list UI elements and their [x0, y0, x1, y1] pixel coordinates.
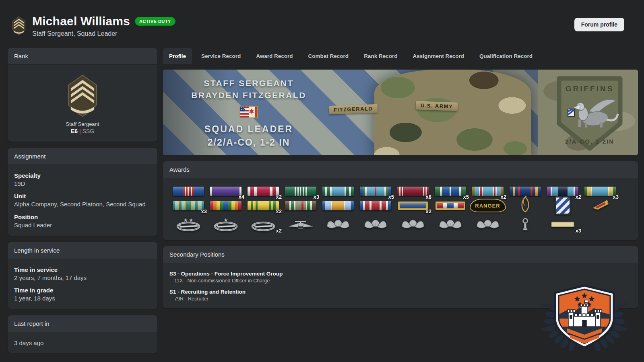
shoulder-cord[interactable]	[506, 200, 544, 211]
secondary-position-title: S3 - Operations - Force Improvement Grou…	[169, 271, 632, 277]
parachutist-badge[interactable]	[319, 216, 357, 234]
combat-action-badge[interactable]	[207, 216, 244, 234]
combat-action-badge-graphic	[251, 217, 276, 233]
last-report-card: Last report in 3 days ago	[8, 315, 157, 353]
award-ribbon[interactable]: x2	[544, 185, 581, 197]
unit-citation-ribbon[interactable]	[431, 200, 469, 211]
guidon-pin[interactable]	[581, 200, 619, 211]
banner-position-line: SQUAD LEADER	[182, 124, 315, 135]
tab-award-record[interactable]: Award Record	[250, 48, 299, 64]
main-content: ProfileService RecordAward RecordCombat …	[163, 47, 638, 308]
field-label: Time in service	[14, 266, 151, 273]
award-ribbon-graphic	[397, 187, 429, 196]
secondary-position-sub: 11X - Non-commissioned Officer in Charge	[174, 278, 632, 284]
award-ribbon-graphic	[510, 187, 541, 196]
parachutist-badge-graphic	[476, 218, 500, 232]
parachutist-badge-graphic	[439, 218, 462, 232]
air-assault-badge[interactable]	[282, 216, 319, 234]
award-ribbon[interactable]	[207, 200, 244, 211]
award-ribbon[interactable]: x3	[169, 200, 207, 211]
award-ribbon[interactable]	[169, 185, 207, 197]
combat-action-badge-graphic	[176, 217, 201, 233]
award-ribbon[interactable]	[357, 200, 394, 211]
award-count: x2	[501, 194, 506, 200]
tab-bar: ProfileService RecordAward RecordCombat …	[163, 47, 638, 64]
award-ribbon-graphic	[173, 187, 204, 196]
award-ribbon[interactable]	[282, 200, 319, 211]
field-value: 1 year, 18 days	[14, 294, 151, 302]
award-count: x3	[314, 194, 319, 200]
award-ribbon[interactable]: x4	[207, 185, 244, 197]
uniform-branch-tape: U.S. ARMY	[416, 101, 458, 111]
length-in-service-card: Length in service Time in service2 years…	[8, 242, 157, 309]
award-row: x2x3	[169, 216, 632, 234]
award-ribbon[interactable]: x5	[357, 185, 394, 197]
combat-action-badge[interactable]: x2	[244, 216, 282, 234]
award-ribbon[interactable]	[506, 185, 544, 197]
award-ribbon[interactable]: x2	[244, 200, 282, 211]
award-count: x3	[613, 194, 619, 200]
award-row: x4x2x3x5x8x5x2x2x3	[169, 185, 632, 197]
rank-insignia-icon	[11, 16, 27, 35]
sidebar: Rank Staff Sergeant E6 | SSG Assignment	[8, 48, 157, 353]
secondary-card-title: Secondary Positions	[163, 246, 638, 263]
award-row: x3x2x2RANGER	[169, 200, 632, 211]
tab-profile[interactable]: Profile	[163, 48, 192, 64]
award-count: x4	[239, 194, 244, 200]
award-ribbon[interactable]: x2	[244, 185, 282, 197]
awards-card-title: Awards	[163, 161, 638, 178]
overseas-service-bar-graphic	[551, 221, 574, 229]
award-ribbon-graphic	[248, 201, 279, 210]
small-device-badge[interactable]	[506, 216, 544, 234]
award-count: x3	[201, 208, 207, 214]
combat-action-badge[interactable]	[169, 216, 207, 234]
ranger-tab[interactable]: RANGER	[469, 200, 506, 211]
banner-name-line: BRAYDEN FITZGERALD	[182, 90, 315, 100]
tab-assignment-record[interactable]: Assignment Record	[407, 48, 470, 64]
tab-rank-record[interactable]: Rank Record	[358, 48, 403, 64]
award-ribbon[interactable]	[319, 200, 357, 211]
status-badge: ACTIVE DUTY	[135, 17, 175, 26]
assignment-card-title: Assignment	[8, 148, 157, 165]
rank-insignia-large	[65, 74, 100, 117]
award-ribbon-graphic	[472, 187, 504, 196]
parachutist-badge[interactable]	[357, 216, 394, 234]
award-ribbon[interactable]: x3	[282, 185, 319, 197]
uniform-name-tape: FITZGERALD	[329, 104, 378, 114]
rank-card: Rank Staff Sergeant E6 | SSG	[8, 48, 157, 142]
award-ribbon[interactable]: x8	[394, 185, 431, 197]
parachutist-badge[interactable]	[394, 216, 431, 234]
parachutist-badge[interactable]	[469, 216, 506, 234]
award-ribbon-graphic	[173, 201, 204, 210]
info-field: UnitAlpha Company, Second Platoon, Secon…	[14, 193, 151, 208]
tab-combat-record[interactable]: Combat Record	[302, 48, 355, 64]
award-ribbon[interactable]: x2	[469, 185, 506, 197]
forum-profile-button[interactable]: Forum profile	[574, 18, 624, 31]
field-value: 2 years, 7 months, 17 days	[14, 274, 151, 282]
unit-citation-ribbon[interactable]: x2	[394, 200, 431, 211]
award-ribbon[interactable]	[319, 185, 357, 197]
banner-unit-line: 2/2/A-CO, 1-2 IN	[182, 137, 315, 148]
overseas-service-bar[interactable]: x3	[544, 216, 581, 234]
award-ribbon[interactable]: x5	[431, 185, 469, 197]
awards-card: Awards x4x2x3x5x8x5x2x2x3x3x2x2RANGERx2x…	[163, 161, 638, 240]
division-patch-graphic	[555, 196, 571, 215]
award-ribbon[interactable]: x3	[581, 185, 619, 197]
division-patch[interactable]	[544, 200, 581, 211]
award-ribbon-graphic	[322, 201, 354, 210]
award-ribbon-graphic	[435, 187, 466, 196]
award-ribbon-graphic	[360, 201, 391, 210]
award-count: x2	[276, 208, 282, 214]
parachutist-badge[interactable]	[431, 216, 469, 234]
field-label: Time in grade	[14, 287, 151, 294]
shoulder-cord-graphic	[517, 195, 533, 216]
field-value: Alpha Company, Second Platoon, Second Sq…	[14, 200, 151, 208]
tab-qualification-record[interactable]: Qualification Record	[473, 48, 539, 64]
award-count: x3	[576, 228, 581, 234]
small-device-badge-graphic	[522, 218, 529, 233]
unit-citation-ribbon-graphic	[436, 202, 465, 210]
page-title: Michael Williams	[32, 14, 130, 28]
award-count: x5	[388, 194, 394, 200]
award-ribbon-graphic	[285, 201, 316, 210]
tab-service-record[interactable]: Service Record	[195, 48, 247, 64]
